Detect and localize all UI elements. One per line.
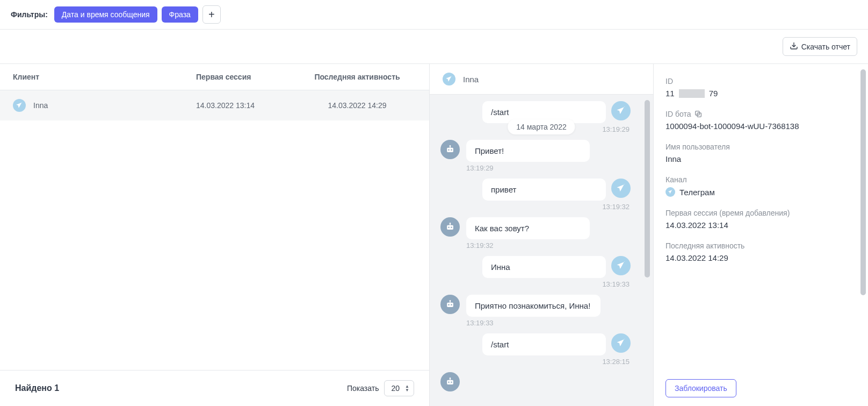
svg-point-5 — [450, 145, 451, 147]
telegram-icon — [666, 187, 675, 197]
download-row: Скачать отчет — [0, 30, 868, 64]
plus-icon: + — [208, 9, 215, 20]
last-activity-value: 14.03.2022 14:29 — [666, 253, 856, 262]
message-bubble: привет — [482, 179, 606, 201]
table-footer: Найдено 1 Показать 20 ▲▼ — [0, 370, 429, 406]
svg-point-17 — [448, 382, 450, 383]
svg-point-10 — [450, 223, 451, 224]
telegram-avatar-icon — [611, 101, 631, 120]
message-row-user: /start — [440, 333, 631, 355]
download-report-button[interactable]: Скачать отчет — [783, 37, 857, 56]
svg-point-20 — [450, 377, 451, 379]
bot-id-label: ID бота — [666, 110, 856, 118]
col-header-last: Последняя активность — [298, 73, 416, 81]
first-session-label: Первая сессия (время добавления) — [666, 209, 856, 217]
svg-point-12 — [448, 304, 450, 306]
message-row-user: Инна — [440, 256, 631, 278]
svg-point-7 — [448, 227, 450, 229]
clients-table-pane: Клиент Первая сессия Последняя активност… — [0, 64, 430, 406]
message-bubble: Приятно познакомиться, Инна! — [466, 295, 601, 317]
chat-pane: Inna 14 марта 2022 /start 13:19:29 Приве… — [430, 64, 653, 406]
svg-rect-6 — [447, 225, 453, 230]
svg-point-15 — [450, 300, 451, 302]
table-row[interactable]: Inna 14.03.2022 13:14 14.03.2022 14:29 — [0, 90, 429, 120]
page-size-select[interactable]: 20 ▲▼ — [384, 380, 414, 396]
date-separator: 14 марта 2022 — [508, 119, 575, 134]
copy-icon[interactable] — [694, 110, 703, 118]
chat-title: Inna — [463, 75, 479, 84]
filter-chip-datetime[interactable]: Дата и время сообщения — [54, 6, 157, 23]
scrollbar-thumb[interactable] — [860, 69, 866, 295]
client-last-activity: 14.03.2022 14:29 — [298, 101, 416, 110]
details-scrollbar[interactable] — [860, 69, 866, 392]
bot-avatar-icon — [440, 295, 460, 314]
message-row-user: привет — [440, 179, 631, 201]
download-label: Скачать отчет — [801, 42, 850, 51]
message-bubble: Привет! — [466, 140, 590, 162]
col-header-first: Первая сессия — [196, 73, 298, 81]
message-row-bot — [440, 372, 631, 391]
id-masked — [679, 89, 705, 98]
chat-scroll-area[interactable]: 14 марта 2022 /start 13:19:29 Привет! 13… — [430, 95, 653, 406]
message-bubble: Инна — [482, 256, 606, 278]
svg-point-18 — [451, 382, 452, 383]
svg-rect-1 — [447, 148, 453, 152]
chat-scrollbar[interactable] — [645, 100, 650, 347]
bot-avatar-icon — [440, 372, 460, 391]
first-session-value: 14.03.2022 13:14 — [666, 220, 856, 230]
telegram-icon — [13, 99, 26, 112]
bot-avatar-icon — [440, 217, 460, 237]
message-time: 13:19:29 — [466, 164, 631, 172]
message-bubble: /start — [482, 333, 606, 355]
username-value: Inna — [666, 154, 856, 163]
message-bubble: Как вас зовут? — [466, 217, 590, 239]
id-value: 1179 — [666, 89, 856, 98]
table-header: Клиент Первая сессия Последняя активност… — [0, 64, 429, 90]
filters-label: Фильтры: — [11, 10, 48, 19]
telegram-avatar-icon — [611, 256, 631, 275]
filter-bar: Фильтры: Дата и время сообщения Фраза + — [0, 0, 868, 30]
found-count: Найдено 1 — [15, 383, 59, 393]
select-arrows-icon: ▲▼ — [405, 384, 409, 392]
details-pane: ID 1179 ID бота 1000094-bot-1000094-wUU-… — [653, 64, 868, 406]
client-first-session: 14.03.2022 13:14 — [196, 101, 298, 110]
message-time: 13:19:32 — [440, 203, 630, 211]
client-name: Inna — [33, 101, 48, 110]
bot-avatar-icon — [440, 140, 460, 159]
download-icon — [790, 41, 798, 52]
add-filter-button[interactable]: + — [202, 5, 221, 24]
filter-chip-phrase[interactable]: Фраза — [162, 6, 198, 23]
message-time: 13:19:32 — [466, 241, 631, 250]
message-row-bot: Приятно познакомиться, Инна! — [440, 295, 631, 317]
channel-label: Канал — [666, 175, 856, 184]
channel-value: Телеграм — [666, 187, 856, 197]
telegram-icon — [443, 73, 455, 86]
col-header-client: Клиент — [13, 73, 196, 81]
chat-header: Inna — [430, 64, 653, 95]
svg-point-2 — [448, 149, 450, 151]
svg-rect-11 — [447, 303, 453, 307]
message-time: 13:19:33 — [466, 319, 631, 327]
message-time: 13:28:15 — [440, 358, 630, 366]
last-activity-label: Последняя активность — [666, 241, 856, 250]
svg-point-13 — [451, 304, 452, 306]
id-label: ID — [666, 77, 856, 86]
scrollbar-thumb[interactable] — [645, 100, 650, 277]
page-size-value: 20 — [391, 384, 400, 393]
message-row-bot: Привет! — [440, 140, 631, 162]
message-time: 13:19:33 — [440, 280, 630, 288]
username-label: Имя пользователя — [666, 143, 856, 151]
telegram-avatar-icon — [611, 333, 631, 353]
show-label: Показать — [347, 384, 379, 393]
telegram-avatar-icon — [611, 179, 631, 198]
message-row-bot: Как вас зовут? — [440, 217, 631, 239]
block-button[interactable]: Заблокировать — [666, 379, 736, 397]
svg-rect-16 — [447, 380, 453, 384]
svg-point-8 — [451, 227, 452, 229]
svg-point-3 — [451, 149, 452, 151]
bot-id-value: 1000094-bot-1000094-wUU-7368138 — [666, 122, 856, 131]
